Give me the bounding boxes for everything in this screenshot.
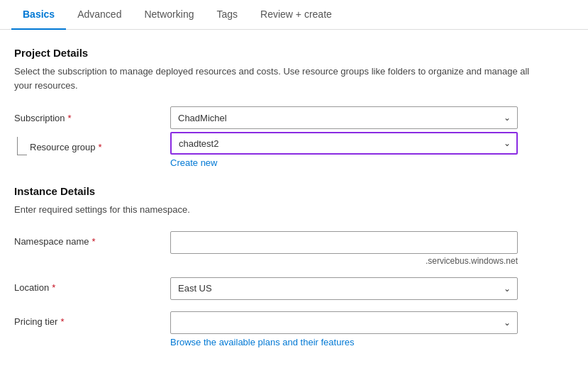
subscription-select[interactable]: ChadMichel xyxy=(170,106,518,129)
namespace-name-suffix: .servicebus.windows.net xyxy=(170,256,518,266)
instance-details-desc: Enter required settings for this namespa… xyxy=(14,203,539,217)
main-content: Project Details Select the subscription … xyxy=(0,30,588,373)
project-details-title: Project Details xyxy=(14,47,574,59)
pricing-tier-label: Pricing tier * xyxy=(14,311,170,327)
resource-group-field: chadtest2 ⌄ Create new xyxy=(170,132,518,168)
instance-details-title: Instance Details xyxy=(14,185,574,197)
tab-basics[interactable]: Basics xyxy=(11,0,66,30)
resource-group-row: Resource group * chadtest2 ⌄ Create new xyxy=(14,132,574,168)
location-field: East US ⌄ xyxy=(170,277,518,300)
pricing-tier-select-wrapper: ⌄ xyxy=(170,311,518,334)
browse-plans-link[interactable]: Browse the available plans and their fea… xyxy=(170,337,354,347)
resource-group-container: Resource group * chadtest2 ⌄ Create new xyxy=(14,132,574,168)
project-details-desc: Select the subscription to manage deploy… xyxy=(14,65,539,92)
subscription-select-wrapper: ChadMichel ⌄ xyxy=(170,106,518,129)
resource-group-label: Resource group * xyxy=(30,137,102,152)
resource-group-line xyxy=(17,137,27,155)
tab-tags[interactable]: Tags xyxy=(205,0,249,30)
pricing-tier-field: ⌄ Browse the available plans and their f… xyxy=(170,311,518,347)
namespace-name-required: * xyxy=(92,236,96,247)
resource-group-indent: Resource group * xyxy=(14,132,170,155)
subscription-label: Subscription * xyxy=(14,113,170,123)
namespace-name-label: Namespace name * xyxy=(14,231,170,247)
instance-details-section: Instance Details Enter required settings… xyxy=(14,185,574,347)
resource-group-select-wrapper: chadtest2 ⌄ xyxy=(170,132,518,155)
namespace-name-field: .servicebus.windows.net xyxy=(170,231,518,266)
create-new-link[interactable]: Create new xyxy=(170,157,217,168)
subscription-required: * xyxy=(68,113,72,123)
subscription-field: ChadMichel ⌄ xyxy=(170,106,518,129)
resource-group-select[interactable]: chadtest2 xyxy=(170,132,518,155)
location-label: Location * xyxy=(14,277,170,293)
tab-advanced[interactable]: Advanced xyxy=(66,0,133,30)
resource-group-required: * xyxy=(99,142,102,152)
location-row: Location * East US ⌄ xyxy=(14,277,574,300)
tab-review-create[interactable]: Review + create xyxy=(249,0,343,30)
namespace-name-input[interactable] xyxy=(170,231,518,254)
tab-networking[interactable]: Networking xyxy=(133,0,205,30)
pricing-tier-row: Pricing tier * ⌄ Browse the available pl… xyxy=(14,311,574,347)
location-required: * xyxy=(52,282,55,293)
tabs-nav: Basics Advanced Networking Tags Review +… xyxy=(0,0,588,30)
namespace-name-row: Namespace name * .servicebus.windows.net xyxy=(14,231,574,266)
location-select-wrapper: East US ⌄ xyxy=(170,277,518,300)
pricing-tier-required: * xyxy=(60,316,64,327)
subscription-row: Subscription * ChadMichel ⌄ xyxy=(14,106,574,129)
location-select[interactable]: East US xyxy=(170,277,518,300)
pricing-tier-select[interactable] xyxy=(170,311,518,334)
